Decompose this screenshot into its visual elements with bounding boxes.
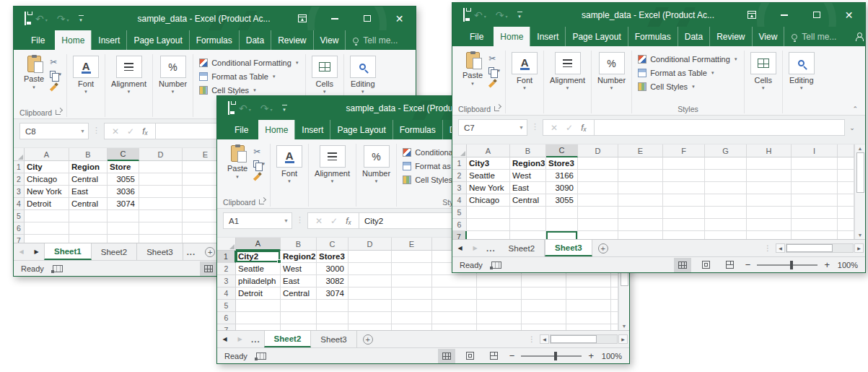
cell-b5[interactable] [281, 300, 317, 312]
cell-b1[interactable]: Region3 [510, 157, 546, 170]
format-painter-button[interactable] [253, 171, 266, 181]
cell-e7[interactable] [392, 324, 432, 330]
cell-b6[interactable] [281, 312, 317, 324]
row-header-3[interactable]: 3 [452, 182, 467, 194]
cell-a2[interactable]: Seattle [236, 263, 281, 275]
sheet-tab-sheet3[interactable]: Sheet3 [311, 331, 356, 347]
cell-a6[interactable] [25, 222, 69, 235]
more-sheets-indicator[interactable]: ... [247, 331, 264, 347]
minimize-icon[interactable] [768, 3, 800, 27]
cell-c5[interactable] [546, 207, 578, 219]
sheet-tab-sheet3[interactable]: Sheet3 [137, 243, 183, 260]
collapse-ribbon-icon[interactable]: ⌃ [852, 105, 858, 113]
cell-g2[interactable] [705, 170, 747, 182]
menu-tab-page-layout[interactable]: Page Layout [565, 27, 627, 46]
close-icon[interactable]: ✕ [833, 3, 865, 27]
undo-icon[interactable]: ↶▾ [35, 14, 48, 24]
number-group-button[interactable]: % Number ▼ [358, 142, 395, 208]
cell-d6[interactable] [139, 222, 183, 235]
cell-a4[interactable]: Chicago [467, 194, 510, 207]
cell-h3[interactable] [747, 182, 792, 194]
cell-i5[interactable] [792, 207, 838, 219]
cell-c7[interactable] [546, 231, 578, 239]
cell-x7[interactable] [432, 324, 477, 330]
row-header-6[interactable]: 6 [217, 312, 236, 324]
new-sheet-button[interactable]: + [592, 240, 614, 256]
redo-icon[interactable]: ↷▾ [57, 14, 69, 24]
select-all-corner[interactable] [452, 144, 467, 157]
alignment-group-button[interactable]: Alignment ▼ [107, 53, 151, 118]
formula-enter-icon[interactable]: ✓ [127, 126, 134, 137]
cell-c4[interactable]: 3055 [546, 194, 578, 207]
cell-c3[interactable]: 3090 [546, 182, 578, 194]
column-header-c[interactable]: C [546, 144, 578, 157]
cell-e7[interactable] [618, 231, 663, 239]
cell-f2[interactable] [663, 170, 705, 182]
cell-d1[interactable] [139, 161, 183, 173]
cell-x5[interactable] [477, 300, 522, 312]
zoom-slider-thumb[interactable] [554, 352, 557, 360]
column-header-e[interactable]: E [392, 238, 432, 251]
dialog-launcher-icon[interactable] [494, 106, 499, 111]
horizontal-scrollbar[interactable]: ◀ ▶ [774, 240, 865, 256]
cell-x6[interactable] [566, 312, 611, 324]
menu-tab-page-layout[interactable]: Page Layout [330, 120, 392, 139]
menu-tab-insert[interactable]: Insert [294, 120, 330, 139]
column-header-b[interactable]: B [281, 238, 317, 251]
cell-d3[interactable] [139, 186, 183, 198]
cell-b6[interactable] [69, 222, 108, 235]
cell-b1[interactable]: Region [69, 161, 108, 173]
page-break-preview-icon[interactable] [486, 349, 503, 363]
new-sheet-button[interactable]: + [357, 331, 379, 347]
cell-d4[interactable] [139, 198, 183, 210]
cell-a1[interactable]: City [25, 161, 69, 173]
horizontal-scrollbar[interactable]: ◀ ▶ [538, 331, 629, 347]
cell-e2[interactable] [392, 263, 432, 275]
cell-d4[interactable] [578, 194, 618, 207]
cell-b6[interactable] [510, 219, 546, 231]
row-header-4[interactable]: 4 [452, 194, 467, 207]
cell-c6[interactable] [108, 222, 139, 235]
conditional-formatting-button[interactable]: Conditional Formatting ▼ [638, 53, 738, 64]
formula-cancel-icon[interactable]: ✕ [551, 123, 558, 133]
row-header-1[interactable]: 1 [452, 157, 467, 170]
cell-b7[interactable] [69, 235, 108, 243]
row-header-7[interactable]: 7 [217, 324, 236, 330]
column-header-c[interactable]: C [108, 148, 139, 161]
sheet-nav-back-icon[interactable]: ◀ [452, 240, 468, 256]
cell-d1[interactable] [348, 251, 392, 263]
cell-c5[interactable] [317, 300, 348, 312]
cell-h6[interactable] [747, 219, 792, 231]
cells-group-button[interactable]: Cells ▼ [746, 49, 781, 115]
macro-record-icon[interactable] [53, 265, 63, 272]
cell-d6[interactable] [348, 312, 392, 324]
cell-g1[interactable] [705, 157, 747, 170]
scroll-down-icon[interactable]: ▼ [622, 324, 627, 329]
cell-a7[interactable] [467, 231, 510, 239]
cell-e6[interactable] [392, 312, 432, 324]
customize-quick-access-icon[interactable]: ▾ [517, 12, 522, 19]
name-box[interactable]: C7 ▼ [458, 119, 527, 136]
row-header-5[interactable]: 5 [14, 210, 25, 222]
zoom-in-icon[interactable]: + [824, 259, 830, 270]
sheet-tab-sheet1[interactable]: Sheet1 [44, 243, 92, 260]
column-header-a[interactable]: A [467, 144, 510, 157]
cell-d4[interactable] [348, 287, 392, 300]
cell-f1[interactable] [663, 157, 705, 170]
cell-c7[interactable] [108, 235, 139, 243]
cell-a1[interactable]: City2 [236, 251, 281, 263]
menu-tab-data[interactable]: Data [239, 30, 271, 50]
cell-d5[interactable] [348, 300, 392, 312]
menu-tab-formulas[interactable]: Formulas [393, 120, 442, 139]
cell-c2[interactable]: 3166 [546, 170, 578, 182]
column-header-g[interactable]: G [705, 144, 747, 157]
row-header-2[interactable]: 2 [14, 173, 25, 186]
macro-record-icon[interactable] [256, 352, 266, 360]
cell-h1[interactable] [747, 157, 792, 170]
cell-g4[interactable] [705, 194, 747, 207]
cell-c4[interactable]: 3074 [108, 198, 139, 210]
formula-bar-expand-icon[interactable]: ⌄ [845, 119, 859, 136]
cell-e2[interactable] [618, 170, 663, 182]
cell-i3[interactable] [792, 182, 838, 194]
row-header-4[interactable]: 4 [14, 198, 25, 210]
